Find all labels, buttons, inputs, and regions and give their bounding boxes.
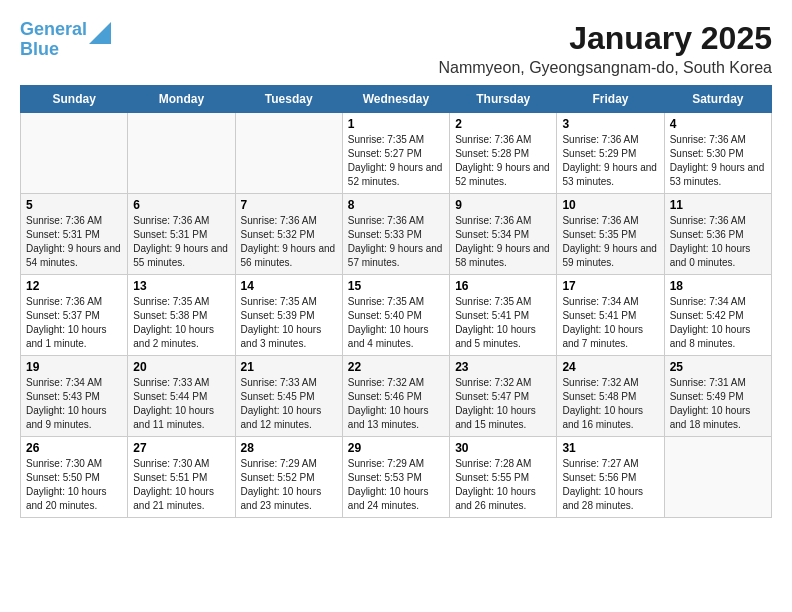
calendar-cell: 8Sunrise: 7:36 AMSunset: 5:33 PMDaylight… (342, 194, 449, 275)
calendar-week-3: 12Sunrise: 7:36 AMSunset: 5:37 PMDayligh… (21, 275, 772, 356)
calendar-cell: 27Sunrise: 7:30 AMSunset: 5:51 PMDayligh… (128, 437, 235, 518)
calendar-cell: 3Sunrise: 7:36 AMSunset: 5:29 PMDaylight… (557, 113, 664, 194)
main-title: January 2025 (438, 20, 772, 57)
calendar-cell: 2Sunrise: 7:36 AMSunset: 5:28 PMDaylight… (450, 113, 557, 194)
weekday-header-thursday: Thursday (450, 86, 557, 113)
day-number: 25 (670, 360, 766, 374)
calendar-cell: 18Sunrise: 7:34 AMSunset: 5:42 PMDayligh… (664, 275, 771, 356)
calendar-cell: 1Sunrise: 7:35 AMSunset: 5:27 PMDaylight… (342, 113, 449, 194)
calendar-cell: 14Sunrise: 7:35 AMSunset: 5:39 PMDayligh… (235, 275, 342, 356)
calendar-cell: 22Sunrise: 7:32 AMSunset: 5:46 PMDayligh… (342, 356, 449, 437)
calendar-cell (21, 113, 128, 194)
day-info: Sunrise: 7:34 AMSunset: 5:43 PMDaylight:… (26, 376, 122, 432)
day-number: 17 (562, 279, 658, 293)
calendar-cell: 21Sunrise: 7:33 AMSunset: 5:45 PMDayligh… (235, 356, 342, 437)
day-number: 10 (562, 198, 658, 212)
calendar-table: SundayMondayTuesdayWednesdayThursdayFrid… (20, 85, 772, 518)
day-number: 18 (670, 279, 766, 293)
day-info: Sunrise: 7:34 AMSunset: 5:42 PMDaylight:… (670, 295, 766, 351)
day-info: Sunrise: 7:35 AMSunset: 5:41 PMDaylight:… (455, 295, 551, 351)
day-number: 1 (348, 117, 444, 131)
day-number: 23 (455, 360, 551, 374)
calendar-cell: 11Sunrise: 7:36 AMSunset: 5:36 PMDayligh… (664, 194, 771, 275)
calendar-cell: 20Sunrise: 7:33 AMSunset: 5:44 PMDayligh… (128, 356, 235, 437)
day-info: Sunrise: 7:36 AMSunset: 5:34 PMDaylight:… (455, 214, 551, 270)
day-info: Sunrise: 7:32 AMSunset: 5:46 PMDaylight:… (348, 376, 444, 432)
day-info: Sunrise: 7:36 AMSunset: 5:36 PMDaylight:… (670, 214, 766, 270)
calendar-week-5: 26Sunrise: 7:30 AMSunset: 5:50 PMDayligh… (21, 437, 772, 518)
calendar-week-1: 1Sunrise: 7:35 AMSunset: 5:27 PMDaylight… (21, 113, 772, 194)
day-info: Sunrise: 7:35 AMSunset: 5:39 PMDaylight:… (241, 295, 337, 351)
title-block: January 2025 Nammyeon, Gyeongsangnam-do,… (438, 20, 772, 77)
day-info: Sunrise: 7:32 AMSunset: 5:47 PMDaylight:… (455, 376, 551, 432)
calendar-cell: 10Sunrise: 7:36 AMSunset: 5:35 PMDayligh… (557, 194, 664, 275)
calendar-cell (664, 437, 771, 518)
day-number: 14 (241, 279, 337, 293)
calendar-cell: 9Sunrise: 7:36 AMSunset: 5:34 PMDaylight… (450, 194, 557, 275)
day-info: Sunrise: 7:33 AMSunset: 5:44 PMDaylight:… (133, 376, 229, 432)
weekday-header-wednesday: Wednesday (342, 86, 449, 113)
day-info: Sunrise: 7:35 AMSunset: 5:27 PMDaylight:… (348, 133, 444, 189)
day-number: 22 (348, 360, 444, 374)
day-info: Sunrise: 7:34 AMSunset: 5:41 PMDaylight:… (562, 295, 658, 351)
svg-marker-0 (89, 22, 111, 44)
day-number: 2 (455, 117, 551, 131)
day-number: 27 (133, 441, 229, 455)
calendar-cell: 28Sunrise: 7:29 AMSunset: 5:52 PMDayligh… (235, 437, 342, 518)
calendar-cell (235, 113, 342, 194)
logo-icon (89, 22, 111, 44)
day-info: Sunrise: 7:36 AMSunset: 5:33 PMDaylight:… (348, 214, 444, 270)
day-info: Sunrise: 7:35 AMSunset: 5:38 PMDaylight:… (133, 295, 229, 351)
day-number: 12 (26, 279, 122, 293)
calendar-week-2: 5Sunrise: 7:36 AMSunset: 5:31 PMDaylight… (21, 194, 772, 275)
day-number: 5 (26, 198, 122, 212)
day-number: 16 (455, 279, 551, 293)
day-number: 9 (455, 198, 551, 212)
day-info: Sunrise: 7:36 AMSunset: 5:35 PMDaylight:… (562, 214, 658, 270)
calendar-week-4: 19Sunrise: 7:34 AMSunset: 5:43 PMDayligh… (21, 356, 772, 437)
day-info: Sunrise: 7:36 AMSunset: 5:31 PMDaylight:… (133, 214, 229, 270)
day-number: 11 (670, 198, 766, 212)
day-number: 21 (241, 360, 337, 374)
day-info: Sunrise: 7:36 AMSunset: 5:30 PMDaylight:… (670, 133, 766, 189)
calendar-cell: 5Sunrise: 7:36 AMSunset: 5:31 PMDaylight… (21, 194, 128, 275)
calendar-cell: 13Sunrise: 7:35 AMSunset: 5:38 PMDayligh… (128, 275, 235, 356)
day-number: 24 (562, 360, 658, 374)
weekday-header-row: SundayMondayTuesdayWednesdayThursdayFrid… (21, 86, 772, 113)
calendar-cell: 16Sunrise: 7:35 AMSunset: 5:41 PMDayligh… (450, 275, 557, 356)
subtitle: Nammyeon, Gyeongsangnam-do, South Korea (438, 59, 772, 77)
weekday-header-tuesday: Tuesday (235, 86, 342, 113)
weekday-header-friday: Friday (557, 86, 664, 113)
day-info: Sunrise: 7:32 AMSunset: 5:48 PMDaylight:… (562, 376, 658, 432)
day-number: 8 (348, 198, 444, 212)
weekday-header-sunday: Sunday (21, 86, 128, 113)
logo-blue: Blue (20, 39, 59, 59)
day-number: 26 (26, 441, 122, 455)
calendar-cell: 4Sunrise: 7:36 AMSunset: 5:30 PMDaylight… (664, 113, 771, 194)
weekday-header-monday: Monday (128, 86, 235, 113)
day-number: 3 (562, 117, 658, 131)
day-info: Sunrise: 7:36 AMSunset: 5:37 PMDaylight:… (26, 295, 122, 351)
calendar-cell: 17Sunrise: 7:34 AMSunset: 5:41 PMDayligh… (557, 275, 664, 356)
day-info: Sunrise: 7:28 AMSunset: 5:55 PMDaylight:… (455, 457, 551, 513)
day-number: 20 (133, 360, 229, 374)
calendar-cell: 6Sunrise: 7:36 AMSunset: 5:31 PMDaylight… (128, 194, 235, 275)
day-number: 29 (348, 441, 444, 455)
calendar-cell: 15Sunrise: 7:35 AMSunset: 5:40 PMDayligh… (342, 275, 449, 356)
weekday-header-saturday: Saturday (664, 86, 771, 113)
logo: General Blue (20, 20, 111, 60)
day-number: 15 (348, 279, 444, 293)
logo-text: General Blue (20, 20, 87, 60)
day-number: 31 (562, 441, 658, 455)
day-number: 13 (133, 279, 229, 293)
calendar-cell: 31Sunrise: 7:27 AMSunset: 5:56 PMDayligh… (557, 437, 664, 518)
day-number: 4 (670, 117, 766, 131)
header: General Blue January 2025 Nammyeon, Gyeo… (20, 20, 772, 77)
day-info: Sunrise: 7:36 AMSunset: 5:29 PMDaylight:… (562, 133, 658, 189)
day-info: Sunrise: 7:36 AMSunset: 5:31 PMDaylight:… (26, 214, 122, 270)
calendar-cell: 12Sunrise: 7:36 AMSunset: 5:37 PMDayligh… (21, 275, 128, 356)
day-number: 28 (241, 441, 337, 455)
day-info: Sunrise: 7:29 AMSunset: 5:52 PMDaylight:… (241, 457, 337, 513)
calendar-cell: 7Sunrise: 7:36 AMSunset: 5:32 PMDaylight… (235, 194, 342, 275)
calendar-cell: 25Sunrise: 7:31 AMSunset: 5:49 PMDayligh… (664, 356, 771, 437)
